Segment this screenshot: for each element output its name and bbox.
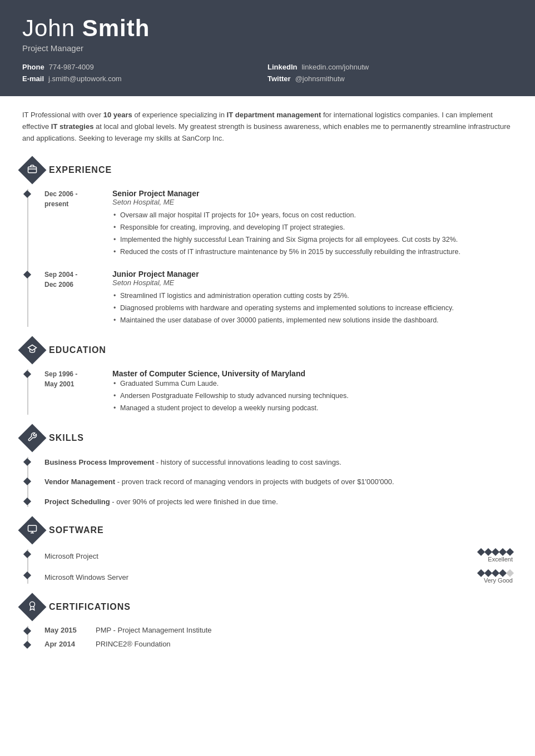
certifications-section: CERTIFICATIONS May 2015 PMP - Project Ma… bbox=[22, 597, 513, 648]
job-2: Sep 2004 -Dec 2006 Junior Project Manage… bbox=[44, 270, 513, 327]
job-2-date: Sep 2004 -Dec 2006 bbox=[44, 270, 106, 327]
job-1-company: Seton Hospital, ME bbox=[112, 198, 513, 206]
dot-5 bbox=[506, 548, 514, 556]
summary-section: IT Professional with over 10 years of ex… bbox=[22, 110, 513, 144]
skills-header: SKILLS bbox=[22, 428, 513, 448]
skill-3-dot bbox=[23, 498, 31, 505]
software-1-label: Excellent bbox=[488, 556, 513, 563]
dot-2 bbox=[484, 569, 492, 577]
experience-timeline: Dec 2006 -present Senior Project Manager… bbox=[22, 189, 513, 327]
software-1-rating: Excellent bbox=[478, 549, 513, 563]
svg-point-7 bbox=[30, 602, 35, 607]
software-2-name: Microsoft Windows Server bbox=[44, 573, 128, 581]
twitter-value: @johnsmithutw bbox=[295, 74, 345, 83]
software-2: Microsoft Windows Server Very Good bbox=[44, 570, 513, 584]
dot-2 bbox=[484, 548, 492, 556]
cert-2-name: PRINCE2® Foundation bbox=[96, 640, 513, 648]
edu-1: Sep 1996 -May 2001 Master of Computer Sc… bbox=[44, 369, 513, 415]
skill-1: Business Process Improvement - history o… bbox=[44, 457, 513, 468]
email-contact: E-mail j.smith@uptowork.com bbox=[22, 74, 268, 83]
twitter-contact: Twitter @johnsmithutw bbox=[268, 74, 513, 83]
education-timeline: Sep 1996 -May 2001 Master of Computer Sc… bbox=[22, 369, 513, 415]
skill-3: Project Scheduling - over 90% of project… bbox=[44, 496, 513, 508]
cert-2: Apr 2014 PRINCE2® Foundation bbox=[44, 640, 513, 648]
edu-1-body: Master of Computer Science, University o… bbox=[112, 369, 513, 415]
bullet: Oversaw all major hospital IT projects f… bbox=[112, 210, 513, 221]
svg-rect-4 bbox=[28, 525, 37, 531]
summary-text: IT Professional with over 10 years of ex… bbox=[22, 111, 511, 142]
linkedin-contact: LinkedIn linkedin.com/johnutw bbox=[268, 63, 513, 71]
email-value: j.smith@uptowork.com bbox=[48, 74, 122, 83]
main-content: IT Professional with over 10 years of ex… bbox=[0, 96, 535, 684]
edu-1-title: Master of Computer Science, University o… bbox=[112, 369, 513, 378]
software-1-dot bbox=[23, 550, 31, 558]
skills-timeline: Business Process Improvement - history o… bbox=[22, 457, 513, 508]
full-name: John Smith bbox=[22, 16, 513, 41]
skills-title: SKILLS bbox=[49, 433, 84, 443]
monitor-icon bbox=[27, 524, 37, 536]
job-1-date: Dec 2006 -present bbox=[44, 189, 106, 258]
education-icon bbox=[18, 336, 47, 364]
wrench-icon bbox=[27, 432, 37, 444]
bullet: Streamlined IT logistics and administrat… bbox=[112, 290, 513, 301]
job-2-content: Sep 2004 -Dec 2006 Junior Project Manage… bbox=[44, 270, 513, 327]
bullet: Graduated Summa Cum Laude. bbox=[112, 378, 513, 389]
bullet: Reduced the costs of IT infrastructure m… bbox=[112, 246, 513, 257]
experience-title: EXPERIENCE bbox=[49, 165, 112, 175]
twitter-label: Twitter bbox=[268, 74, 291, 83]
software-2-label: Very Good bbox=[484, 577, 513, 584]
certifications-timeline: May 2015 PMP - Project Management Instit… bbox=[22, 626, 513, 648]
education-section: EDUCATION Sep 1996 -May 2001 Master of C… bbox=[22, 340, 513, 415]
last-name: Smith bbox=[82, 15, 150, 41]
phone-value: 774-987-4009 bbox=[49, 63, 94, 71]
job-1: Dec 2006 -present Senior Project Manager… bbox=[44, 189, 513, 258]
certifications-icon bbox=[18, 593, 47, 621]
education-title: EDUCATION bbox=[49, 345, 106, 355]
bullet: Maintained the user database of over 300… bbox=[112, 315, 513, 326]
bullet: Andersen Postgraduate Fellowship to stud… bbox=[112, 390, 513, 401]
software-2-rating: Very Good bbox=[478, 570, 513, 584]
edu-1-date: Sep 1996 -May 2001 bbox=[44, 369, 106, 415]
job-2-title: Junior Project Manager bbox=[112, 270, 513, 278]
skill-1-dot bbox=[23, 458, 31, 466]
cert-1-dot bbox=[23, 627, 31, 635]
edu-1-dot bbox=[23, 370, 31, 378]
cert-1-name: PMP - Project Management Institute bbox=[96, 626, 513, 634]
job-2-dot bbox=[23, 271, 31, 278]
graduation-cap-icon bbox=[27, 344, 37, 356]
email-label: E-mail bbox=[22, 74, 44, 83]
job-title: Project Manager bbox=[22, 43, 513, 53]
dot-1 bbox=[477, 569, 485, 577]
job-2-company: Seton Hospital, ME bbox=[112, 278, 513, 287]
skills-icon bbox=[18, 424, 47, 452]
linkedin-value: linkedin.com/johnutw bbox=[301, 63, 369, 71]
software-header: SOFTWARE bbox=[22, 520, 513, 540]
edu-1-bullets: Graduated Summa Cum Laude. Andersen Post… bbox=[112, 378, 513, 414]
software-2-dots bbox=[478, 570, 513, 576]
job-1-content: Dec 2006 -present Senior Project Manager… bbox=[44, 189, 513, 258]
briefcase-icon bbox=[27, 164, 37, 176]
svg-rect-0 bbox=[28, 167, 37, 173]
edu-1-content: Sep 1996 -May 2001 Master of Computer Sc… bbox=[44, 369, 513, 415]
software-title: SOFTWARE bbox=[49, 525, 104, 535]
job-2-body: Junior Project Manager Seton Hospital, M… bbox=[112, 270, 513, 327]
job-1-body: Senior Project Manager Seton Hospital, M… bbox=[112, 189, 513, 258]
badge-icon bbox=[27, 601, 37, 613]
software-1-dots bbox=[478, 549, 513, 555]
job-1-bullets: Oversaw all major hospital IT projects f… bbox=[112, 210, 513, 257]
contact-section: Phone 774-987-4009 LinkedIn linkedin.com… bbox=[22, 63, 513, 83]
skill-1-text: Business Process Improvement - history o… bbox=[44, 457, 513, 468]
dot-4 bbox=[499, 548, 507, 556]
dot-3 bbox=[492, 569, 499, 577]
software-icon bbox=[18, 516, 47, 545]
phone-contact: Phone 774-987-4009 bbox=[22, 63, 268, 71]
software-1: Microsoft Project Excellent bbox=[44, 549, 513, 563]
experience-section: EXPERIENCE Dec 2006 -present Senior Proj… bbox=[22, 160, 513, 327]
experience-icon bbox=[18, 156, 47, 184]
linkedin-label: LinkedIn bbox=[268, 63, 297, 71]
certifications-title: CERTIFICATIONS bbox=[49, 602, 131, 612]
skill-2: Vendor Management - proven track record … bbox=[44, 476, 513, 488]
experience-header: EXPERIENCE bbox=[22, 160, 513, 180]
education-header: EDUCATION bbox=[22, 340, 513, 360]
skill-2-text: Vendor Management - proven track record … bbox=[44, 476, 513, 488]
